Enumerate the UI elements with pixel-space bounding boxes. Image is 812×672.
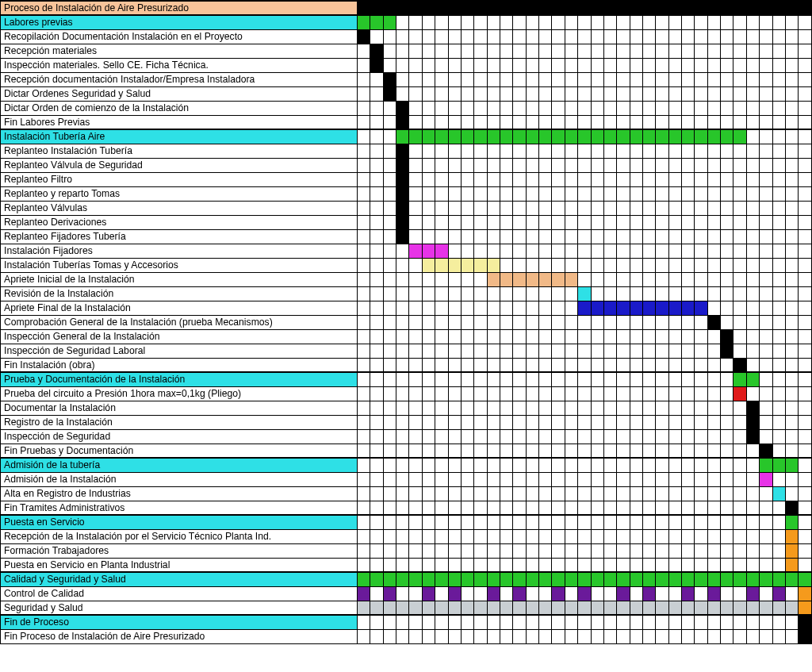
- gantt-cell: [435, 86, 448, 101]
- gantt-cell: [772, 329, 785, 344]
- gantt-cell: [552, 386, 565, 401]
- gantt-cell: [630, 329, 642, 344]
- gantt-cell: [630, 344, 642, 358]
- gantt-cell: [799, 344, 812, 358]
- gantt-cell: [461, 186, 473, 201]
- gantt-cell: [733, 444, 746, 458]
- gantt-cell: [383, 144, 396, 158]
- gantt-cell: [513, 444, 526, 458]
- gantt-cell: [603, 529, 616, 543]
- gantt-cell: [370, 344, 383, 358]
- gantt-cell: [422, 301, 435, 315]
- gantt-cell: [435, 301, 448, 315]
- gantt-cell: [760, 15, 772, 29]
- gantt-cell: [422, 258, 435, 272]
- gantt-cell: [733, 201, 746, 215]
- gantt-cell: [461, 172, 473, 186]
- gantt-cell: [746, 315, 759, 329]
- gantt-cell: [461, 58, 473, 72]
- gantt-cell: [682, 372, 695, 386]
- gantt-cell: [383, 115, 396, 129]
- gantt-cell: [552, 29, 565, 44]
- gantt-cell: [695, 401, 707, 415]
- gantt-cell: [565, 286, 577, 301]
- row-label: Comprobación General de la Instalación (…: [1, 315, 358, 329]
- gantt-cell: [630, 601, 642, 615]
- gantt-cell: [409, 415, 422, 429]
- gantt-cell: [552, 572, 565, 586]
- gantt-cell: [603, 315, 616, 329]
- gantt-cell: [799, 144, 812, 158]
- gantt-cell: [396, 543, 409, 558]
- gantt-cell: [707, 601, 720, 615]
- gantt-cell: [721, 629, 733, 643]
- gantt-cell: [487, 115, 500, 129]
- gantt-cell: [656, 344, 668, 358]
- gantt-cell: [630, 415, 642, 429]
- gantt-cell: [422, 215, 435, 229]
- gantt-cell: [578, 86, 591, 101]
- gantt-cell: [513, 458, 526, 472]
- gantt-cell: [772, 301, 785, 315]
- gantt-cell: [721, 58, 733, 72]
- gantt-cell: [409, 244, 422, 258]
- row-label: Puesta en Servicio en Planta Industrial: [1, 558, 358, 572]
- gantt-cell: [578, 244, 591, 258]
- gantt-cell: [642, 386, 655, 401]
- gantt-cell: [630, 629, 642, 643]
- gantt-cell: [656, 258, 668, 272]
- gantt-cell: [383, 29, 396, 44]
- gantt-body: Proceso de Instalación de Aire Presuriza…: [1, 1, 812, 643]
- gantt-cell: [617, 244, 630, 258]
- gantt-cell: [526, 86, 538, 101]
- gantt-cell: [487, 144, 500, 158]
- gantt-cell: [642, 301, 655, 315]
- gantt-cell: [772, 458, 785, 472]
- gantt-cell: [707, 458, 720, 472]
- gantt-cell: [409, 543, 422, 558]
- gantt-cell: [396, 115, 409, 129]
- row-label: Alta en Registro de Industrias: [1, 486, 358, 501]
- gantt-cell: [513, 244, 526, 258]
- gantt-cell: [785, 472, 798, 486]
- gantt-cell: [733, 229, 746, 244]
- gantt-cell: [448, 186, 461, 201]
- gantt-cell: [603, 244, 616, 258]
- gantt-cell: [578, 301, 591, 315]
- gantt-cell: [500, 72, 512, 86]
- gantt-cell: [358, 144, 370, 158]
- gantt-cell: [383, 358, 396, 372]
- gantt-cell: [513, 329, 526, 344]
- gantt-cell: [370, 601, 383, 615]
- gantt-cell: [785, 201, 798, 215]
- gantt-cell: [513, 172, 526, 186]
- gantt-cell: [785, 629, 798, 643]
- gantt-row: Registro de la Instalación: [1, 415, 812, 429]
- gantt-cell: [500, 386, 512, 401]
- gantt-cell: [733, 15, 746, 29]
- gantt-cell: [435, 1, 448, 15]
- gantt-cell: [642, 58, 655, 72]
- gantt-cell: [707, 401, 720, 415]
- gantt-cell: [591, 358, 603, 372]
- gantt-cell: [617, 129, 630, 144]
- gantt-cell: [591, 58, 603, 72]
- gantt-cell: [370, 515, 383, 529]
- gantt-cell: [617, 529, 630, 543]
- gantt-row: Prueba del circuito a Presión 1hora max=…: [1, 386, 812, 401]
- gantt-cell: [513, 115, 526, 129]
- gantt-cell: [578, 15, 591, 29]
- gantt-cell: [396, 72, 409, 86]
- gantt-cell: [487, 215, 500, 229]
- gantt-cell: [487, 129, 500, 144]
- gantt-cell: [656, 543, 668, 558]
- gantt-cell: [383, 129, 396, 144]
- gantt-cell: [642, 429, 655, 444]
- gantt-cell: [617, 15, 630, 29]
- gantt-cell: [539, 586, 552, 601]
- gantt-cell: [461, 543, 473, 558]
- gantt-cell: [513, 543, 526, 558]
- gantt-cell: [500, 501, 512, 515]
- gantt-cell: [603, 144, 616, 158]
- gantt-cell: [358, 501, 370, 515]
